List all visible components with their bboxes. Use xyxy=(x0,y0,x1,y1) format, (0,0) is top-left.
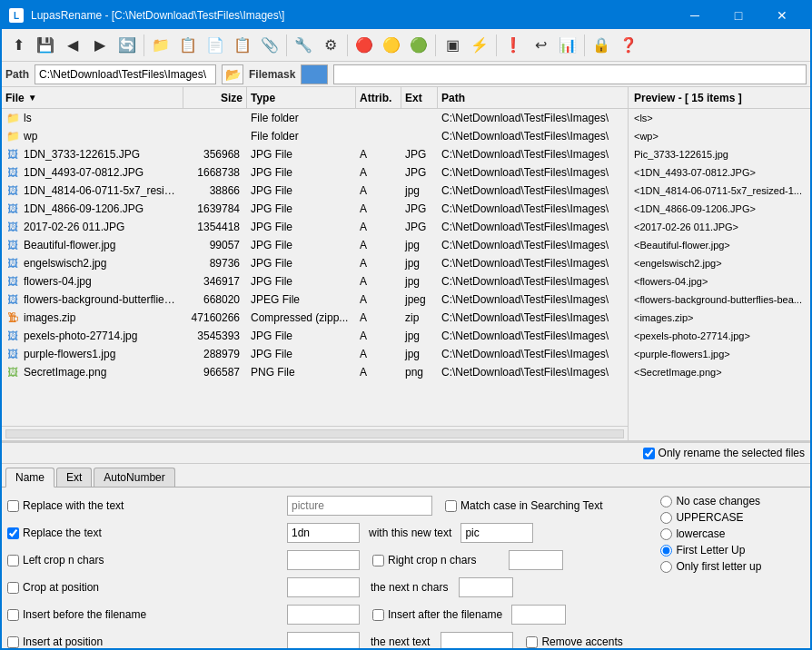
match-case-label[interactable]: Match case in Searching Text xyxy=(445,499,603,512)
list-item[interactable]: <ls> xyxy=(629,109,810,127)
insert-before-checkbox[interactable] xyxy=(7,609,19,621)
nav-back-button[interactable]: ◀ xyxy=(60,33,85,58)
list-item[interactable]: <1DN_4866-09-1206.JPG> xyxy=(629,200,810,218)
next-n-chars-input[interactable] xyxy=(459,577,513,597)
table-row[interactable]: 📁ls File folder C:\NetDownload\TestFiles… xyxy=(2,109,628,127)
replace-with-text-label[interactable]: Replace with the text xyxy=(7,499,134,512)
crop-position-label[interactable]: Crop at position xyxy=(7,581,134,594)
tool-btn-5[interactable]: 📎 xyxy=(257,33,282,58)
table-row[interactable]: 🖼flowers-background-butterflies-beau... … xyxy=(2,291,628,309)
left-crop-input[interactable] xyxy=(287,550,360,570)
refresh-button[interactable]: 🔄 xyxy=(114,33,140,58)
list-item[interactable]: <2017-02-26 011.JPG> xyxy=(629,218,810,236)
crop-position-input[interactable] xyxy=(287,577,360,597)
radio-no-case-input[interactable] xyxy=(660,496,672,507)
left-crop-checkbox[interactable] xyxy=(7,555,19,566)
tool-btn-13[interactable]: ❗ xyxy=(500,33,526,58)
replace-with-text-input[interactable] xyxy=(287,496,432,516)
table-row[interactable]: 🗜images.zip 47160266 Compressed (zipp...… xyxy=(2,309,628,327)
tool-btn-14[interactable]: ↩ xyxy=(528,33,553,58)
list-item[interactable]: <wp> xyxy=(629,127,810,145)
replace-text-label[interactable]: Replace the text xyxy=(7,527,134,539)
list-item[interactable]: <1DN_4493-07-0812.JPG> xyxy=(629,163,810,182)
table-row[interactable]: 🖼1DN_4866-09-1206.JPG 1639784 JPG File A… xyxy=(2,200,628,218)
col-header-path[interactable]: Path xyxy=(438,87,628,108)
right-crop-label[interactable]: Right crop n chars xyxy=(372,554,500,566)
back-button[interactable]: ⬆ xyxy=(5,33,31,58)
radio-uppercase-input[interactable] xyxy=(660,512,672,524)
table-row[interactable]: 🖼purple-flowers1.jpg 288979 JPG File A j… xyxy=(2,345,628,363)
hscroll-bar[interactable] xyxy=(2,426,628,440)
insert-after-input[interactable] xyxy=(511,605,566,625)
radio-only-first-up[interactable]: Only first letter up xyxy=(660,560,812,573)
list-item[interactable]: <pexels-photo-27714.jpg> xyxy=(629,327,810,345)
insert-before-label[interactable]: Insert before the filename xyxy=(7,608,146,621)
radio-lowercase[interactable]: lowercase xyxy=(660,527,812,540)
radio-only-first-up-input[interactable] xyxy=(660,561,672,573)
save-button[interactable]: 💾 xyxy=(33,33,58,58)
help-button[interactable]: ❓ xyxy=(616,33,641,58)
minimize-button[interactable]: ─ xyxy=(674,2,716,29)
replace-with-text-checkbox[interactable] xyxy=(7,500,19,512)
replace-text-input[interactable] xyxy=(287,523,360,543)
tool-btn-12[interactable]: ⚡ xyxy=(467,33,492,58)
col-header-ext[interactable]: Ext xyxy=(401,87,438,108)
nav-forward-button[interactable]: ▶ xyxy=(87,33,113,58)
remove-accents-checkbox[interactable] xyxy=(526,636,538,648)
only-rename-label[interactable]: Only rename the selected files xyxy=(643,447,805,459)
tool-btn-1[interactable]: 📁 xyxy=(148,33,173,58)
tool-btn-6[interactable]: 🔧 xyxy=(291,33,316,58)
match-case-checkbox[interactable] xyxy=(445,500,457,512)
insert-position-input[interactable] xyxy=(287,632,360,650)
close-button[interactable]: ✕ xyxy=(761,2,803,29)
list-item[interactable]: <flowers-background-butterflies-bea... xyxy=(629,291,810,309)
tab-ext[interactable]: Ext xyxy=(56,468,92,487)
tool-btn-2[interactable]: 📋 xyxy=(175,33,201,58)
col-header-attrib[interactable]: Attrib. xyxy=(356,87,401,108)
filemask-input[interactable] xyxy=(333,64,807,84)
list-item[interactable]: Pic_3733-122615.jpg xyxy=(629,145,810,163)
list-item[interactable]: <images.zip> xyxy=(629,309,810,327)
tool-btn-10[interactable]: 🟢 xyxy=(406,33,431,58)
table-row[interactable]: 🖼pexels-photo-27714.jpg 3545393 JPG File… xyxy=(2,327,628,345)
table-row[interactable]: 🖼Beautiful-flower.jpg 99057 JPG File A j… xyxy=(2,236,628,254)
list-item[interactable]: <1DN_4814-06-0711-5x7_resized-1... xyxy=(629,182,810,200)
right-crop-checkbox[interactable] xyxy=(372,555,384,566)
table-row[interactable]: 🖼2017-02-26 011.JPG 1354418 JPG File A J… xyxy=(2,218,628,236)
browse-folder-button[interactable]: 📂 xyxy=(222,64,243,84)
list-item[interactable]: <purple-flowers1.jpg> xyxy=(629,345,810,363)
list-item[interactable]: <flowers-04.jpg> xyxy=(629,272,810,291)
tool-btn-11[interactable]: ▣ xyxy=(440,33,465,58)
insert-after-checkbox[interactable] xyxy=(372,609,384,621)
col-header-type[interactable]: Type xyxy=(247,87,356,108)
tool-btn-15[interactable]: 📊 xyxy=(555,33,580,58)
table-row[interactable]: 🖼1DN_3733-122615.JPG 356968 JPG File A J… xyxy=(2,145,628,163)
tool-btn-8[interactable]: 🔴 xyxy=(352,33,377,58)
replace-text-with-input[interactable] xyxy=(460,523,533,543)
list-item[interactable]: <engelswisch2.jpg> xyxy=(629,254,810,272)
tool-btn-9[interactable]: 🟡 xyxy=(379,33,404,58)
tool-btn-7[interactable]: ⚙ xyxy=(318,33,343,58)
table-row[interactable]: 🖼flowers-04.jpg 346917 JPG File A jpg C:… xyxy=(2,272,628,291)
replace-text-checkbox[interactable] xyxy=(7,527,19,539)
tool-btn-3[interactable]: 📄 xyxy=(203,33,228,58)
table-row[interactable]: 🖼1DN_4814-06-0711-5x7_resized-1.j... 388… xyxy=(2,182,628,200)
next-text-input[interactable] xyxy=(441,632,513,650)
tab-name[interactable]: Name xyxy=(5,468,54,488)
table-row[interactable]: 🖼engelswisch2.jpg 89736 JPG File A jpg C… xyxy=(2,254,628,272)
table-row[interactable]: 📁wp File folder C:\NetDownload\TestFiles… xyxy=(2,127,628,145)
left-crop-label[interactable]: Left crop n chars xyxy=(7,554,134,566)
remove-accents-label[interactable]: Remove accents xyxy=(526,635,653,648)
insert-position-label[interactable]: Insert at position xyxy=(7,635,134,648)
radio-first-letter-up[interactable]: First Letter Up xyxy=(660,544,812,556)
insert-position-checkbox[interactable] xyxy=(7,636,19,648)
radio-no-case[interactable]: No case changes xyxy=(660,495,812,507)
radio-uppercase[interactable]: UPPERCASE xyxy=(660,511,812,524)
crop-position-checkbox[interactable] xyxy=(7,582,19,594)
tool-btn-4[interactable]: 📋 xyxy=(230,33,255,58)
table-row[interactable]: 🖼SecretImage.png 966587 PNG File A png C… xyxy=(2,363,628,381)
right-crop-input[interactable] xyxy=(509,550,563,570)
col-header-size[interactable]: Size xyxy=(183,87,247,108)
path-input[interactable] xyxy=(35,64,216,84)
col-header-file[interactable]: File ▼ xyxy=(2,87,183,108)
